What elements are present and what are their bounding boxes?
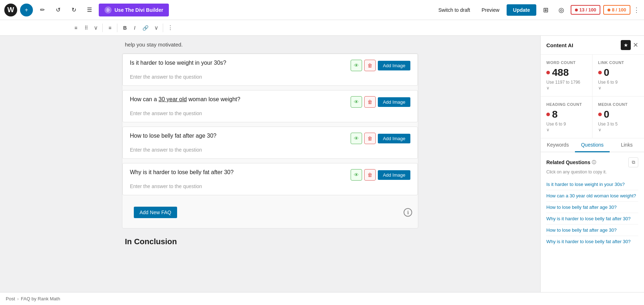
link-count-dot xyxy=(598,71,602,74)
related-questions-info-icon[interactable]: ⓘ xyxy=(592,159,596,166)
link-count-expand[interactable]: ∨ xyxy=(598,85,639,90)
faq-actions-3: 👁 🗑 Add Image xyxy=(351,133,410,144)
faq-question-3: How to lose belly fat after age 30? xyxy=(130,133,351,139)
faq-trash-icon-1[interactable]: 🗑 xyxy=(364,60,376,71)
faq-add-image-btn-4[interactable]: Add Image xyxy=(378,170,410,180)
word-count-label: WORD COUNT xyxy=(546,60,586,65)
breadcrumb-separator: › xyxy=(17,296,19,301)
heading-count-value: 8 xyxy=(546,109,586,120)
heading-count-dot xyxy=(546,113,550,116)
tab-links[interactable]: Links xyxy=(610,138,644,152)
word-count-hint: Use 1197 to 1796 xyxy=(546,80,586,85)
link-count-label: LINK COUNT xyxy=(598,60,639,65)
related-questions-header: Related Questions ⓘ ⧉ xyxy=(546,157,638,167)
related-questions-title: Related Questions ⓘ xyxy=(546,159,596,166)
bold-button[interactable]: B xyxy=(120,24,130,32)
list-format-button[interactable]: ≡ xyxy=(72,24,80,32)
add-new-faq-button[interactable]: Add New FAQ xyxy=(134,207,177,218)
faq-eye-icon-1[interactable]: 👁 xyxy=(351,60,362,71)
sidebar-title: Content AI xyxy=(546,42,573,48)
divi-circle-button[interactable]: ◎ xyxy=(555,4,568,16)
switch-to-draft-button[interactable]: Switch to draft xyxy=(434,4,474,16)
related-question-1[interactable]: Is it harder to lose weight in your 30s? xyxy=(546,179,638,190)
format-more-button[interactable]: ∨ xyxy=(153,23,160,33)
media-count-stat: MEDIA COUNT 0 Use 3 to 5 ∨ xyxy=(592,97,644,138)
stats-grid: WORD COUNT 488 Use 1197 to 1796 ∨ LINK C… xyxy=(541,55,644,138)
related-question-3[interactable]: How to lose belly fat after age 30? xyxy=(546,202,638,213)
faq-actions-1: 👁 🗑 Add Image xyxy=(351,60,410,71)
editor-area[interactable]: help you stay motivated. Is it harder to… xyxy=(0,36,540,292)
bottom-bar: Post › FAQ by Rank Math xyxy=(0,292,644,305)
faq-trash-icon-3[interactable]: 🗑 xyxy=(364,133,376,144)
faq-eye-icon-4[interactable]: 👁 xyxy=(351,169,362,181)
link-button[interactable]: 🔗 xyxy=(140,24,151,32)
tab-keywords[interactable]: Keywords xyxy=(541,138,575,152)
breadcrumb-page: FAQ by Rank Math xyxy=(21,296,60,301)
faq-bottom-row: Add New FAQ ℹ xyxy=(122,200,418,228)
sidebar-star-icon[interactable]: ★ xyxy=(621,40,631,50)
italic-button[interactable]: I xyxy=(131,24,138,32)
media-count-expand[interactable]: ∨ xyxy=(598,127,639,132)
related-question-5[interactable]: How to lose belly fat after age 30? xyxy=(546,225,638,236)
copy-questions-icon[interactable]: ⧉ xyxy=(628,157,638,167)
divi-d-icon: D xyxy=(104,6,112,14)
faq-eye-icon-2[interactable]: 👁 xyxy=(351,96,362,108)
faq-trash-icon-4[interactable]: 🗑 xyxy=(364,169,376,181)
faq-container: Is it harder to lose weight in your 30s?… xyxy=(122,53,418,228)
faq-actions-4: 👁 🗑 Add Image xyxy=(351,169,410,181)
list-view-button[interactable]: ☰ xyxy=(83,4,96,16)
faq-answer-2[interactable]: Enter the answer to the question xyxy=(130,110,410,116)
rank-math-dot-2 xyxy=(608,9,610,11)
info-icon[interactable]: ℹ xyxy=(404,208,412,217)
sidebar-tabs: Keywords Questions Links xyxy=(541,138,644,152)
rank-math-score-2-button[interactable]: 8 / 100 xyxy=(603,5,630,15)
faq-answer-4[interactable]: Enter the answer to the question xyxy=(130,183,410,189)
word-count-dot xyxy=(546,71,550,74)
tab-questions[interactable]: Questions xyxy=(575,138,609,152)
grid-format-button[interactable]: ⠿ xyxy=(82,24,91,32)
faq-question-4: Why is it harder to lose belly fat after… xyxy=(130,169,351,176)
align-button[interactable]: ≡ xyxy=(106,24,114,32)
word-count-stat: WORD COUNT 488 Use 1197 to 1796 ∨ xyxy=(541,55,592,97)
related-question-4[interactable]: Why is it harder to lose belly fat after… xyxy=(546,213,638,225)
toolbar-separator-2 xyxy=(117,24,117,32)
edit-icon-button[interactable]: ✏ xyxy=(36,4,49,16)
heading-count-expand[interactable]: ∨ xyxy=(546,127,586,132)
right-sidebar: Content AI ★ ✕ WORD COUNT 488 Use 1197 t… xyxy=(540,36,644,292)
layout-icon-button[interactable]: ⊞ xyxy=(539,4,552,16)
format-options-button[interactable]: ⋮ xyxy=(166,23,175,33)
link-count-hint: Use 6 to 9 xyxy=(598,80,639,85)
faq-eye-icon-3[interactable]: 👁 xyxy=(351,133,362,144)
related-question-6[interactable]: Why is it harder to lose belly fat after… xyxy=(546,236,638,247)
word-count-value: 488 xyxy=(546,67,586,78)
breadcrumb-post: Post xyxy=(6,296,15,301)
link-count-stat: LINK COUNT 0 Use 6 to 9 ∨ xyxy=(592,55,644,97)
top-toolbar: W + ✏ ↺ ↻ ☰ D Use The Divi Builder Switc… xyxy=(0,0,644,20)
click-hint-text: Click on any question to copy it. xyxy=(546,169,638,174)
update-button[interactable]: Update xyxy=(507,4,536,16)
faq-add-image-btn-2[interactable]: Add Image xyxy=(378,97,410,107)
related-question-2[interactable]: How can a 30 year old woman lose weight? xyxy=(546,190,638,202)
media-count-dot xyxy=(598,113,602,116)
toolbar-separator-1 xyxy=(102,24,103,32)
faq-add-image-btn-3[interactable]: Add Image xyxy=(378,134,410,143)
sidebar-close-button[interactable]: ✕ xyxy=(633,41,638,49)
undo-button[interactable]: ↺ xyxy=(52,4,64,16)
word-count-expand[interactable]: ∨ xyxy=(546,85,586,90)
faq-trash-icon-2[interactable]: 🗑 xyxy=(364,96,376,108)
redo-button[interactable]: ↻ xyxy=(67,4,80,16)
media-count-hint: Use 3 to 5 xyxy=(598,122,639,127)
divi-builder-button[interactable]: D Use The Divi Builder xyxy=(99,4,169,16)
heading-count-label: HEADING COUNT xyxy=(546,102,586,107)
heading-count-stat: HEADING COUNT 8 Use 6 to 9 ∨ xyxy=(541,97,592,138)
faq-add-image-btn-1[interactable]: Add Image xyxy=(378,61,410,70)
faq-answer-3[interactable]: Enter the answer to the question xyxy=(130,147,410,153)
link-count-value: 0 xyxy=(598,67,639,78)
more-options-button[interactable]: ⋮ xyxy=(633,6,640,14)
faq-answer-1[interactable]: Enter the answer to the question xyxy=(130,74,410,80)
editor-motivated-text: help you stay motivated. xyxy=(122,41,418,48)
preview-button[interactable]: Preview xyxy=(477,4,504,16)
rank-math-score-1-button[interactable]: 13 / 100 xyxy=(571,5,600,15)
add-block-button[interactable]: + xyxy=(20,4,33,16)
format-expand-button[interactable]: ∨ xyxy=(92,23,99,33)
